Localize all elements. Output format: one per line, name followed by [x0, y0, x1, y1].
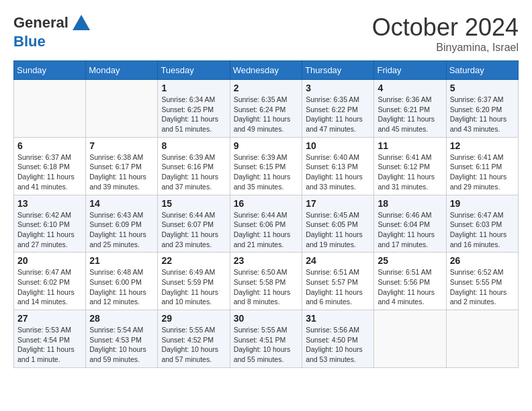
day-info: Sunrise: 6:39 AM Sunset: 6:16 PM Dayligh…	[161, 152, 226, 192]
day-info: Sunrise: 5:53 AM Sunset: 4:54 PM Dayligh…	[17, 325, 82, 365]
calendar-week-3: 13Sunrise: 6:42 AM Sunset: 6:10 PM Dayli…	[14, 195, 519, 253]
calendar-cell: 21Sunrise: 6:48 AM Sunset: 6:00 PM Dayli…	[86, 253, 158, 310]
day-info: Sunrise: 5:55 AM Sunset: 4:52 PM Dayligh…	[161, 325, 226, 365]
calendar-cell: 6Sunrise: 6:37 AM Sunset: 6:18 PM Daylig…	[14, 137, 86, 195]
weekday-header-thursday: Thursday	[302, 61, 374, 80]
calendar-cell: 2Sunrise: 6:35 AM Sunset: 6:24 PM Daylig…	[230, 80, 302, 138]
calendar-cell: 22Sunrise: 6:49 AM Sunset: 5:59 PM Dayli…	[158, 253, 230, 310]
logo-blue: Blue	[13, 33, 46, 50]
day-number: 29	[161, 313, 226, 324]
weekday-header-row: SundayMondayTuesdayWednesdayThursdayFrid…	[14, 61, 519, 80]
day-info: Sunrise: 6:35 AM Sunset: 6:24 PM Dayligh…	[234, 95, 299, 134]
title-block: October 2024 Binyamina, Israel	[372, 13, 519, 54]
calendar-cell: 10Sunrise: 6:40 AM Sunset: 6:13 PM Dayli…	[302, 137, 374, 195]
day-info: Sunrise: 6:44 AM Sunset: 6:07 PM Dayligh…	[161, 210, 226, 250]
day-info: Sunrise: 5:55 AM Sunset: 4:51 PM Dayligh…	[234, 325, 299, 365]
day-number: 24	[306, 255, 370, 266]
logo-general: General	[13, 14, 69, 31]
calendar-header: SundayMondayTuesdayWednesdayThursdayFrid…	[14, 61, 519, 80]
calendar-cell: 24Sunrise: 6:51 AM Sunset: 5:57 PM Dayli…	[302, 253, 374, 310]
day-info: Sunrise: 6:51 AM Sunset: 5:56 PM Dayligh…	[378, 267, 442, 307]
calendar-cell	[86, 80, 158, 138]
day-number: 30	[234, 313, 299, 324]
day-number: 20	[17, 255, 82, 266]
calendar-week-4: 20Sunrise: 6:47 AM Sunset: 6:02 PM Dayli…	[14, 253, 519, 310]
calendar-cell: 19Sunrise: 6:47 AM Sunset: 6:03 PM Dayli…	[446, 195, 518, 253]
month-title: October 2024	[372, 13, 519, 42]
calendar-cell: 8Sunrise: 6:39 AM Sunset: 6:16 PM Daylig…	[158, 137, 230, 195]
day-info: Sunrise: 6:46 AM Sunset: 6:04 PM Dayligh…	[378, 210, 442, 250]
calendar-cell: 1Sunrise: 6:34 AM Sunset: 6:25 PM Daylig…	[158, 80, 230, 138]
calendar-cell: 18Sunrise: 6:46 AM Sunset: 6:04 PM Dayli…	[374, 195, 446, 253]
calendar-body: 1Sunrise: 6:34 AM Sunset: 6:25 PM Daylig…	[14, 80, 519, 368]
day-info: Sunrise: 6:41 AM Sunset: 6:11 PM Dayligh…	[450, 152, 515, 192]
calendar-week-2: 6Sunrise: 6:37 AM Sunset: 6:18 PM Daylig…	[14, 137, 519, 195]
day-number: 13	[17, 198, 82, 209]
day-number: 10	[306, 140, 370, 151]
calendar-cell: 14Sunrise: 6:43 AM Sunset: 6:09 PM Dayli…	[86, 195, 158, 253]
calendar-cell: 12Sunrise: 6:41 AM Sunset: 6:11 PM Dayli…	[446, 137, 518, 195]
day-number: 28	[89, 313, 154, 324]
calendar-cell: 27Sunrise: 5:53 AM Sunset: 4:54 PM Dayli…	[14, 310, 86, 368]
day-info: Sunrise: 6:48 AM Sunset: 6:00 PM Dayligh…	[89, 267, 154, 307]
day-number: 22	[161, 255, 226, 266]
day-number: 18	[378, 198, 442, 209]
page-header: General Blue October 2024 Binyamina, Isr…	[13, 13, 519, 54]
calendar-cell: 30Sunrise: 5:55 AM Sunset: 4:51 PM Dayli…	[230, 310, 302, 368]
calendar-cell: 31Sunrise: 5:56 AM Sunset: 4:50 PM Dayli…	[302, 310, 374, 368]
day-info: Sunrise: 6:44 AM Sunset: 6:06 PM Dayligh…	[234, 210, 299, 250]
calendar-table: SundayMondayTuesdayWednesdayThursdayFrid…	[13, 60, 519, 368]
calendar-cell	[446, 310, 518, 368]
weekday-header-sunday: Sunday	[14, 61, 86, 80]
day-info: Sunrise: 6:47 AM Sunset: 6:03 PM Dayligh…	[450, 210, 515, 250]
day-number: 25	[378, 255, 442, 266]
day-info: Sunrise: 5:56 AM Sunset: 4:50 PM Dayligh…	[306, 325, 370, 365]
day-number: 17	[306, 198, 370, 209]
svg-marker-0	[73, 15, 90, 30]
day-info: Sunrise: 6:43 AM Sunset: 6:09 PM Dayligh…	[89, 210, 154, 250]
calendar-cell: 20Sunrise: 6:47 AM Sunset: 6:02 PM Dayli…	[14, 253, 86, 310]
day-info: Sunrise: 6:34 AM Sunset: 6:25 PM Dayligh…	[161, 95, 226, 134]
weekday-header-friday: Friday	[374, 61, 446, 80]
logo: General Blue	[13, 13, 91, 50]
calendar-cell: 5Sunrise: 6:37 AM Sunset: 6:20 PM Daylig…	[446, 80, 518, 138]
calendar-week-1: 1Sunrise: 6:34 AM Sunset: 6:25 PM Daylig…	[14, 80, 519, 138]
weekday-header-monday: Monday	[86, 61, 158, 80]
day-number: 23	[234, 255, 299, 266]
day-number: 19	[450, 198, 515, 209]
calendar-cell: 9Sunrise: 6:39 AM Sunset: 6:15 PM Daylig…	[230, 137, 302, 195]
calendar-cell: 11Sunrise: 6:41 AM Sunset: 6:12 PM Dayli…	[374, 137, 446, 195]
day-info: Sunrise: 6:37 AM Sunset: 6:20 PM Dayligh…	[450, 95, 515, 134]
day-number: 15	[161, 198, 226, 209]
day-number: 3	[306, 83, 370, 93]
weekday-header-tuesday: Tuesday	[158, 61, 230, 80]
calendar-cell: 29Sunrise: 5:55 AM Sunset: 4:52 PM Dayli…	[158, 310, 230, 368]
day-number: 1	[161, 83, 226, 93]
day-info: Sunrise: 6:47 AM Sunset: 6:02 PM Dayligh…	[17, 267, 82, 307]
calendar-cell: 7Sunrise: 6:38 AM Sunset: 6:17 PM Daylig…	[86, 137, 158, 195]
day-number: 31	[306, 313, 370, 324]
day-number: 7	[89, 140, 154, 151]
day-number: 14	[89, 198, 154, 209]
calendar-cell: 26Sunrise: 6:52 AM Sunset: 5:55 PM Dayli…	[446, 253, 518, 310]
logo-icon	[71, 13, 91, 34]
day-info: Sunrise: 6:39 AM Sunset: 6:15 PM Dayligh…	[234, 152, 299, 192]
day-number: 16	[234, 198, 299, 209]
weekday-header-saturday: Saturday	[446, 61, 518, 80]
day-number: 27	[17, 313, 82, 324]
day-number: 12	[450, 140, 515, 151]
day-number: 8	[161, 140, 226, 151]
day-info: Sunrise: 6:51 AM Sunset: 5:57 PM Dayligh…	[306, 267, 370, 307]
calendar-cell: 4Sunrise: 6:36 AM Sunset: 6:21 PM Daylig…	[374, 80, 446, 138]
day-info: Sunrise: 6:37 AM Sunset: 6:18 PM Dayligh…	[17, 152, 82, 192]
day-info: Sunrise: 6:35 AM Sunset: 6:22 PM Dayligh…	[306, 95, 370, 134]
calendar-cell: 13Sunrise: 6:42 AM Sunset: 6:10 PM Dayli…	[14, 195, 86, 253]
calendar-cell: 16Sunrise: 6:44 AM Sunset: 6:06 PM Dayli…	[230, 195, 302, 253]
day-info: Sunrise: 6:45 AM Sunset: 6:05 PM Dayligh…	[306, 210, 370, 250]
calendar-cell: 17Sunrise: 6:45 AM Sunset: 6:05 PM Dayli…	[302, 195, 374, 253]
day-number: 26	[450, 255, 515, 266]
day-info: Sunrise: 6:49 AM Sunset: 5:59 PM Dayligh…	[161, 267, 226, 307]
calendar-week-5: 27Sunrise: 5:53 AM Sunset: 4:54 PM Dayli…	[14, 310, 519, 368]
calendar-cell	[14, 80, 86, 138]
calendar-cell	[374, 310, 446, 368]
